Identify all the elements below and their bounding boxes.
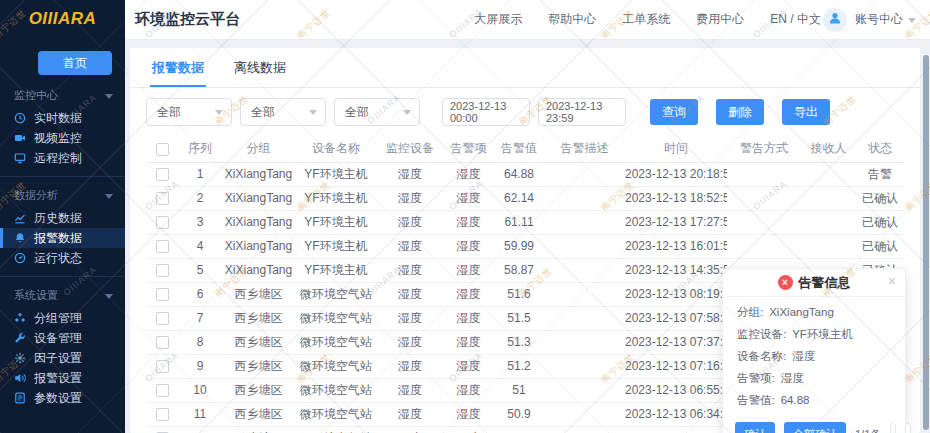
table-cell: 微环境空气站 <box>295 402 377 426</box>
row-checkbox[interactable] <box>156 384 169 397</box>
pagination-label: 1/1条 <box>855 427 881 433</box>
row-checkbox[interactable] <box>156 240 169 253</box>
topnav-item[interactable]: 工单系统 <box>622 11 670 28</box>
sidebar-section-label: 数据分析 <box>14 188 58 203</box>
table-cell: 湿度 <box>443 258 494 282</box>
row-checkbox[interactable] <box>156 288 169 301</box>
row-checkbox[interactable] <box>156 264 169 277</box>
column-header: 设备名称 <box>295 136 377 162</box>
export-button[interactable]: 导出 <box>782 99 830 125</box>
dialog-field: 告警项:湿度 <box>737 371 891 386</box>
table-cell: 62.14 <box>494 186 544 210</box>
vertical-scrollbar[interactable] <box>922 40 930 433</box>
table-cell: 2023-12-13 14:35:59 <box>625 258 727 282</box>
table-cell: 2023-12-13 06:55:48 <box>625 378 727 402</box>
row-checkbox[interactable] <box>156 408 169 421</box>
table-cell: 6 <box>178 282 222 306</box>
sidebar-item[interactable]: 运行状态 <box>0 248 125 268</box>
filter-select[interactable]: 全部 <box>146 98 232 126</box>
sidebar-item[interactable]: 远程控制 <box>0 148 125 168</box>
account-menu[interactable]: 账号中心 <box>855 11 916 28</box>
row-select-cell <box>146 354 178 378</box>
table-cell: 51.3 <box>494 330 544 354</box>
table-cell: 湿度 <box>377 162 443 186</box>
table-cell: 2023-12-13 06:14:12 <box>625 426 727 433</box>
row-checkbox[interactable] <box>156 360 169 373</box>
table-row: 4XiXiangTangYF环境主机湿度湿度59.992023-12-13 16… <box>146 234 904 258</box>
column-header: 告警项 <box>443 136 494 162</box>
topnav-item[interactable]: EN / 中文 <box>770 11 821 28</box>
status-badge: 告警 <box>856 162 904 186</box>
table-cell: 湿度 <box>377 186 443 210</box>
table-cell <box>544 210 625 234</box>
field-label: 告警值: <box>737 394 775 406</box>
tab[interactable]: 离线数据 <box>232 48 288 87</box>
sidebar-item[interactable]: 参数设置 <box>0 388 125 408</box>
scrollbar-thumb[interactable] <box>923 55 929 430</box>
sidebar-item[interactable]: 因子设置 <box>0 348 125 368</box>
row-checkbox[interactable] <box>156 312 169 325</box>
row-select-cell <box>146 378 178 402</box>
table-cell: 2023-12-13 08:19:50 <box>625 282 727 306</box>
status-badge: 已确认 <box>856 186 904 210</box>
table-cell: 湿度 <box>377 282 443 306</box>
dialog-field: 监控设备:YF环境主机 <box>737 327 891 342</box>
sidebar-item[interactable]: 历史数据 <box>0 208 125 228</box>
sidebar-section-header[interactable]: 监控中心 <box>0 79 125 108</box>
topnav-item[interactable]: 大屏展示 <box>474 11 522 28</box>
confirm-button[interactable]: 确认 <box>735 422 775 433</box>
sidebar-item[interactable]: 分组管理 <box>0 308 125 328</box>
sidebar-section-header[interactable]: 系统设置 <box>0 279 125 308</box>
table-cell: 湿度 <box>377 210 443 234</box>
column-header: 接收人 <box>801 136 856 162</box>
row-checkbox[interactable] <box>156 192 169 205</box>
sidebar-item[interactable]: 报警数据 <box>0 228 125 248</box>
table-cell: 湿度 <box>443 330 494 354</box>
prev-page-button[interactable]: ‹ <box>890 423 896 433</box>
table-cell: XiXiangTang <box>222 210 295 234</box>
table-cell: 9 <box>178 354 222 378</box>
table-cell: 湿度 <box>443 378 494 402</box>
date-start-input[interactable]: 2023-12-13 00:00 <box>442 98 530 126</box>
row-checkbox[interactable] <box>156 336 169 349</box>
table-cell <box>801 162 856 186</box>
avatar[interactable] <box>823 8 847 32</box>
table-cell: 2023-12-13 18:52:58 <box>625 186 727 210</box>
topnav-item[interactable]: 费用中心 <box>696 11 744 28</box>
table-cell: 11 <box>178 402 222 426</box>
next-page-button[interactable]: › <box>905 423 911 433</box>
filter-select[interactable]: 全部 <box>334 98 420 126</box>
sidebar-item[interactable]: 报警设置 <box>0 368 125 388</box>
tab[interactable]: 报警数据 <box>150 48 206 87</box>
select-all-checkbox[interactable] <box>156 143 169 156</box>
sidebar-item[interactable]: 设备管理 <box>0 328 125 348</box>
close-icon[interactable]: × <box>888 274 896 288</box>
remote-icon <box>14 152 26 164</box>
query-button[interactable]: 查询 <box>650 99 698 125</box>
table-cell <box>544 426 625 433</box>
home-button[interactable]: 首页 <box>38 51 112 75</box>
table-cell: 湿度 <box>443 186 494 210</box>
topnav-item[interactable]: 帮助中心 <box>548 11 596 28</box>
row-select-cell <box>146 186 178 210</box>
table-cell: 3 <box>178 210 222 234</box>
dialog-field: 分组:XiXiangTang <box>737 305 891 320</box>
date-end-input[interactable]: 2023-12-13 23:59 <box>538 98 626 126</box>
table-cell: 2023-12-13 07:58:49 <box>625 306 727 330</box>
dialog-title: 告警信息 <box>799 274 851 292</box>
confirm-all-button[interactable]: 全部确认 <box>784 422 846 433</box>
sidebar-item[interactable]: 视频监控 <box>0 128 125 148</box>
sidebar-section-header[interactable]: 数据分析 <box>0 179 125 208</box>
delete-button[interactable]: 删除 <box>716 99 764 125</box>
filter-select[interactable]: 全部 <box>240 98 326 126</box>
table-cell <box>727 210 801 234</box>
select-value: 全部 <box>157 104 181 121</box>
table-cell: 7 <box>178 306 222 330</box>
row-checkbox[interactable] <box>156 216 169 229</box>
filter-bar: 全部全部全部 2023-12-13 00:00 2023-12-13 23:59… <box>130 88 920 135</box>
sidebar-item[interactable]: 实时数据 <box>0 108 125 128</box>
row-checkbox[interactable] <box>156 168 169 181</box>
sidebar-item-label: 因子设置 <box>34 350 82 367</box>
table-cell: 2023-12-13 07:37:46 <box>625 330 727 354</box>
chevron-down-icon <box>105 94 113 103</box>
